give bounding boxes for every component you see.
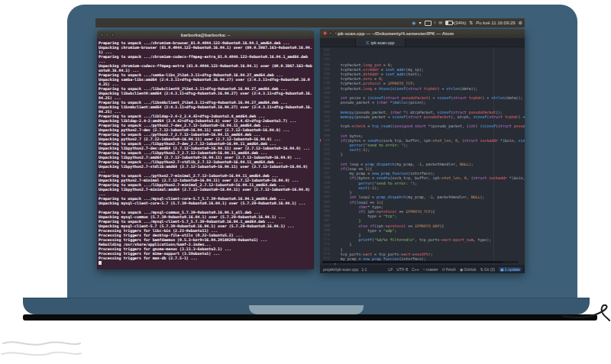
keyboard-indicator-icon[interactable]: [425, 21, 432, 26]
clock-indicator[interactable]: Po kvě 11 16:09:29: [476, 21, 515, 25]
terminal-cursor: [99, 261, 102, 265]
sketch-squiggle-left: [0, 336, 84, 364]
code-area[interactable]: tcpPacket.leng_pst = 0; tcpPacket.srcAdd…: [331, 47, 525, 265]
maximize-button[interactable]: [334, 31, 338, 35]
minimize-button[interactable]: [105, 33, 109, 37]
atom-window-controls: [323, 31, 338, 35]
atom-tab-bar: C ipk-scan.cpp: [320, 38, 525, 47]
wrap-guide: [493, 47, 494, 265]
tab-label: ipk-scan.cpp: [371, 40, 395, 45]
grammar-selector[interactable]: C++: [412, 267, 419, 272]
laptop-notch: [249, 305, 364, 314]
battery-indicator[interactable]: (34%): [445, 21, 466, 25]
git-tab-icon: ⇅: [480, 267, 483, 272]
update-badge-icon: ▣: [500, 267, 504, 272]
status-cursor-position[interactable]: 1:1: [361, 267, 367, 272]
scrollbar-thumb[interactable]: [322, 261, 503, 263]
menubar: ◉▾!✉(34%)⇅Po kvě 11 16:09:29⚙: [95, 18, 525, 27]
messaging-indicator-icon[interactable]: ◉: [412, 21, 415, 25]
update-badge[interactable]: ▣1 update: [499, 267, 522, 272]
atom-editor[interactable]: 5315325335345355365375385395405415425435…: [320, 47, 525, 265]
terminal-window-controls: [100, 33, 115, 37]
encoding-selector[interactable]: UTF-8: [396, 267, 408, 272]
laptop-base: [23, 298, 590, 314]
line-number-gutter: 5315325335345355365375385395405415425435…: [320, 47, 331, 265]
close-button[interactable]: [100, 33, 104, 37]
code-line: memcpy(pseudo_packet + sizeof(struct pse…: [334, 114, 525, 119]
laptop-mockup: ◉▾!✉(34%)⇅Po kvě 11 16:09:29⚙ barborka@b…: [0, 0, 611, 364]
terminal-body[interactable]: Preparing to unpack .../chromium-browser…: [97, 39, 314, 269]
terminal-title: barborka@barborka: ~: [181, 33, 230, 37]
status-file-path[interactable]: projekt/ipk-scan.cpp: [323, 267, 358, 272]
laptop-bottom-edge: [23, 314, 597, 321]
atom-window: ipk-scan.cpp — ~/Dokumenty/4.semester/IP…: [320, 29, 525, 272]
cpp-file-icon: C: [367, 40, 370, 45]
atom-titlebar[interactable]: ipk-scan.cpp — ~/Dokumenty/4.semester/IP…: [320, 29, 525, 38]
close-button[interactable]: [323, 31, 327, 35]
git-branch[interactable]: ⑂master: [423, 267, 438, 272]
minimize-button[interactable]: [328, 31, 332, 35]
mail-indicator-icon[interactable]: ✉: [438, 21, 442, 25]
caret-down-icon[interactable]: ▾: [419, 21, 422, 25]
status-right: LFUTF-8C++⑂master⟳Fetch◉GitHub⇅Git (0)▣1…: [388, 267, 522, 272]
status-left: projekt/ipk-scan.cpp 1:1: [323, 267, 385, 272]
git-branch-icon: ⑂: [423, 267, 425, 272]
terminal-window: barborka@barborka: ~ Preparing to unpack…: [97, 31, 314, 269]
session-gear-icon[interactable]: ⚙: [519, 21, 522, 25]
git-tab[interactable]: ⇅Git (0): [480, 267, 495, 272]
github-tab[interactable]: ◉GitHub: [460, 267, 477, 272]
line-ending-selector[interactable]: LF: [388, 267, 393, 272]
github-tab-icon: ◉: [460, 267, 463, 272]
atom-window-title: ipk-scan.cpp — ~/Dokumenty/4.semester/IP…: [337, 31, 454, 36]
alert-indicator-icon[interactable]: !: [435, 21, 436, 25]
network-arrows-icon[interactable]: ⇅: [469, 21, 473, 25]
sketch-squiggle-right: [561, 299, 611, 325]
horizontal-scrollbar[interactable]: [322, 261, 519, 263]
github-fetch[interactable]: ⟳Fetch: [442, 267, 456, 272]
github-fetch-icon: ⟳: [442, 267, 445, 272]
atom-status-bar: projekt/ipk-scan.cpp 1:1 LFUTF-8C++⑂mast…: [320, 265, 525, 273]
code-line: tcph->check = tcp_csum((unsigned short *…: [334, 124, 525, 128]
terminal-output: Preparing to unpack .../chromium-browser…: [99, 40, 313, 265]
tab-ipk-scan-cpp[interactable]: C ipk-scan.cpp: [355, 38, 406, 47]
maximize-button[interactable]: [111, 33, 115, 37]
terminal-titlebar[interactable]: barborka@barborka: ~: [97, 31, 314, 39]
